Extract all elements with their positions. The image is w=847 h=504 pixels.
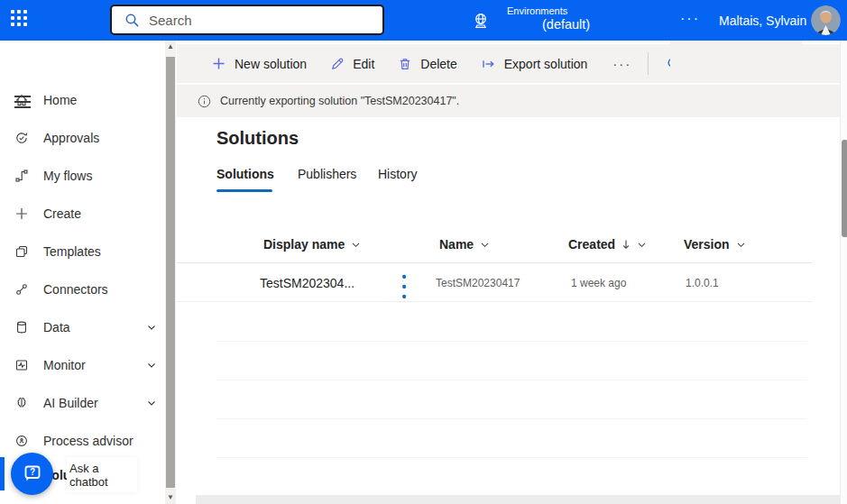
edit-pencil-icon — [330, 57, 345, 71]
sidebar-item-label: Process advisor — [43, 434, 133, 448]
top-app-bar: Environments (default) ··· Maltais, Sylv… — [0, 0, 847, 41]
chevron-down-icon — [480, 240, 490, 250]
tab-history[interactable]: History — [378, 167, 418, 181]
chevron-down-icon — [146, 398, 157, 408]
sidebar-item-label: Templates — [43, 244, 101, 259]
column-header-version[interactable]: Version — [684, 225, 746, 263]
main-scrollbar-thumb[interactable] — [842, 140, 847, 237]
column-header-display-name[interactable]: Display name — [263, 225, 361, 263]
column-label: Display name — [263, 237, 345, 252]
sidebar-item-label: Home — [43, 93, 77, 107]
app-launcher-icon[interactable] — [11, 10, 32, 32]
sidebar-item-ai-builder[interactable]: AI Builder — [0, 384, 165, 422]
command-overflow-icon[interactable]: ··· — [607, 50, 637, 77]
environment-name: (default) — [542, 17, 590, 32]
templates-icon — [14, 244, 29, 259]
version-column-highlight — [670, 41, 802, 78]
sidebar-scrollbar[interactable]: ▲ ▼ — [165, 41, 176, 504]
environment-switcher[interactable]: Environments (default) — [460, 0, 613, 41]
scroll-down-icon[interactable]: ▼ — [165, 491, 176, 504]
chatbot-tooltip: Ask a chatbot — [67, 457, 137, 492]
user-name[interactable]: Maltais, Sylvain — [719, 14, 806, 28]
sidebar-item-monitor[interactable]: Monitor — [0, 346, 165, 384]
sidebar-item-approvals[interactable]: Approvals — [0, 119, 165, 157]
horizontal-scrollbar[interactable] — [196, 495, 840, 504]
chatbot-tooltip-label: Ask a chatbot — [69, 462, 137, 489]
svg-text:?: ? — [29, 466, 34, 476]
chatbot-button[interactable]: ? — [11, 453, 53, 495]
delete-button[interactable]: Delete — [394, 51, 460, 77]
edit-label: Edit — [353, 57, 374, 71]
table-row[interactable]: TestSM202304... ••• TestSM20230417 1 wee… — [177, 263, 812, 302]
left-navigation: Home Approvals My flows Create Templates — [0, 41, 176, 504]
sidebar-item-label: Monitor — [43, 358, 86, 372]
data-icon — [14, 320, 29, 334]
active-tab-indicator — [216, 189, 272, 192]
sidebar-item-data[interactable]: Data — [0, 308, 165, 346]
row-separator — [216, 380, 807, 380]
column-header-name[interactable]: Name — [439, 225, 490, 263]
process-advisor-icon — [14, 434, 29, 448]
cell-display-name[interactable]: TestSM202304... — [260, 263, 354, 302]
export-icon — [481, 57, 496, 71]
new-solution-button[interactable]: New solution — [207, 50, 310, 77]
row-context-menu-icon[interactable]: ••• — [397, 272, 411, 294]
row-separator — [216, 341, 807, 342]
cell-created: 1 week ago — [571, 263, 626, 302]
sort-descending-icon — [621, 239, 631, 250]
chevron-down-icon — [736, 240, 746, 250]
flows-icon — [14, 169, 29, 183]
new-solution-label: New solution — [235, 57, 307, 71]
tab-solutions[interactable]: Solutions — [216, 167, 274, 181]
export-solution-button[interactable]: Export solution — [477, 51, 592, 77]
user-avatar[interactable] — [811, 5, 841, 35]
monitor-icon — [14, 358, 29, 372]
sidebar-item-label: Data — [43, 320, 70, 334]
chevron-down-icon — [146, 360, 157, 371]
chevron-down-icon — [637, 240, 647, 250]
connectors-icon — [14, 282, 29, 297]
main-scrollbar[interactable] — [840, 41, 847, 504]
sidebar-item-label: Approvals — [43, 131, 99, 145]
sidebar-item-label: My flows — [43, 169, 92, 183]
info-banner: Currently exporting solution "TestSM2023… — [177, 84, 840, 117]
sidebar-item-home[interactable]: Home — [0, 81, 165, 119]
add-icon — [211, 56, 226, 71]
search-icon — [124, 13, 140, 28]
environments-caption: Environments — [507, 5, 567, 16]
trash-icon — [398, 57, 412, 71]
sidebar-item-templates[interactable]: Templates — [0, 233, 165, 270]
approvals-icon — [14, 131, 29, 145]
edit-button[interactable]: Edit — [327, 51, 378, 77]
column-header-created[interactable]: Created — [568, 225, 647, 263]
sidebar-item-label: Connectors — [43, 282, 108, 297]
sidebar-item-create[interactable]: Create — [0, 195, 165, 233]
sidebar-scrollbar-thumb[interactable] — [166, 57, 175, 488]
sidebar-item-label: AI Builder — [43, 396, 98, 410]
column-label: Version — [684, 237, 730, 252]
topbar-more-icon[interactable]: ··· — [675, 7, 705, 32]
chatbot-icon: ? — [21, 463, 44, 486]
ai-builder-icon — [14, 396, 29, 410]
global-search-input[interactable] — [149, 13, 365, 28]
export-solution-label: Export solution — [504, 57, 588, 71]
sidebar-item-my-flows[interactable]: My flows — [0, 157, 165, 195]
row-separator — [216, 418, 807, 419]
chevron-down-icon — [146, 322, 157, 333]
power-automate-app: Environments (default) ··· Maltais, Sylv… — [0, 0, 847, 504]
tab-publishers[interactable]: Publishers — [298, 167, 356, 181]
sidebar-item-connectors[interactable]: Connectors — [0, 270, 165, 308]
chevron-down-icon — [351, 240, 361, 250]
selected-item-indicator — [0, 457, 5, 490]
row-separator — [216, 457, 807, 458]
info-icon — [198, 95, 211, 108]
scroll-up-icon[interactable]: ▲ — [165, 41, 176, 53]
column-label: Created — [568, 237, 615, 252]
home-icon — [14, 93, 29, 107]
environment-icon — [472, 12, 490, 30]
grid-header-row: Display name Name Created Version — [177, 225, 812, 263]
toolbar-divider — [648, 52, 649, 75]
global-search-box[interactable] — [110, 5, 384, 35]
banner-message: Currently exporting solution "TestSM2023… — [220, 95, 459, 107]
page-title: Solutions — [216, 128, 299, 149]
